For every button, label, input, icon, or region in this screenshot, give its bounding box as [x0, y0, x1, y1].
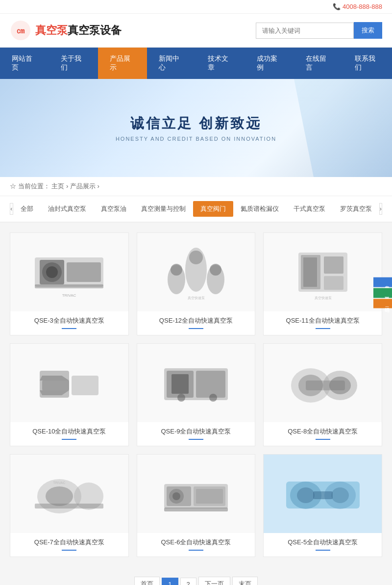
nav-item-about[interactable]: 关于我们: [49, 48, 98, 79]
product-line-4: [62, 439, 76, 440]
main-nav: 网站首页 关于我们 产品展示 新闻中心 技术文章 成功案例 在线留言 联系我们: [0, 48, 392, 79]
product-card-9[interactable]: QSE-5全自动快速真空泵: [263, 454, 382, 557]
svg-rect-23: [72, 376, 98, 395]
svg-point-32: [209, 394, 217, 402]
banner-main-text: 诚信立足 创新致远: [130, 114, 262, 133]
product-line-7: [62, 550, 76, 551]
svg-text:㎝: ㎝: [16, 25, 25, 35]
svg-text:真空快速泵: 真空快速泵: [314, 296, 331, 300]
product-img-1: TRIVAC: [10, 233, 128, 311]
breadcrumb-trail: ›: [97, 182, 99, 190]
nav-item-contact[interactable]: 联系我们: [343, 48, 392, 79]
svg-rect-41: [35, 504, 103, 509]
product-line-2: [189, 328, 203, 329]
product-img-8: [137, 455, 255, 533]
svg-rect-29: [196, 371, 225, 398]
category-next[interactable]: ›: [379, 203, 383, 215]
product-line-3: [316, 328, 330, 329]
product-name-8: QSE-6全自动快速真空泵: [137, 538, 255, 547]
product-name-6: QSE-8全自动快速真空泵: [264, 427, 382, 436]
category-pump-oil[interactable]: 真空泵油: [94, 201, 134, 217]
products-section: TRIVAC QSE-3全自动快速真空泵 真空快速泵 QSE-12全自动快速真空…: [0, 223, 392, 567]
category-roots[interactable]: 罗茨真空泵: [333, 201, 379, 217]
pagination: 首页 1 2 下一页 末页: [0, 567, 392, 585]
product-img-5: [137, 344, 255, 422]
svg-point-12: [189, 251, 203, 264]
product-name-5: QSE-9全自动快速真空泵: [137, 427, 255, 436]
category-all[interactable]: 全部: [13, 201, 41, 217]
nav-item-message[interactable]: 在线留言: [294, 48, 343, 79]
product-img-3: 真空快速泵: [264, 233, 382, 311]
phone-icon: 📞: [333, 3, 341, 10]
page-first[interactable]: 首页: [134, 577, 160, 585]
product-card-4[interactable]: QSE-10全自动快速真空泵: [10, 343, 129, 446]
product-name-3: QSE-11全自动快速真空泵: [264, 316, 382, 325]
product-line-9: [316, 550, 330, 551]
svg-text:TRIVAC: TRIVAC: [53, 481, 66, 484]
product-card-1[interactable]: TRIVAC QSE-3全自动快速真空泵: [10, 232, 129, 335]
banner-building: [294, 79, 392, 177]
sidebar-chat[interactable]: 在线客服: [373, 277, 392, 287]
svg-rect-49: [164, 508, 228, 511]
category-measurement[interactable]: 真空测量与控制: [134, 201, 193, 217]
page-last[interactable]: 末页: [232, 577, 258, 585]
product-name-9: QSE-5全自动快速真空泵: [264, 538, 382, 547]
breadcrumb-sep1: ›: [66, 182, 70, 190]
nav-item-products[interactable]: 产品展示: [98, 48, 147, 79]
product-name-2: QSE-12全自动快速真空泵: [137, 316, 255, 325]
logo-icon: ㎝: [10, 20, 31, 41]
product-line-1: [62, 328, 76, 329]
product-card-6[interactable]: QSE-8全自动快速真空泵: [263, 343, 382, 446]
page-2[interactable]: 2: [180, 578, 196, 585]
nav-item-home[interactable]: 网站首页: [0, 48, 49, 79]
product-card-2[interactable]: 真空快速泵 QSE-12全自动快速真空泵: [137, 232, 256, 335]
svg-rect-19: [324, 276, 343, 290]
product-img-2: 真空快速泵: [137, 233, 255, 311]
product-line-8: [189, 550, 203, 551]
product-img-6: [264, 344, 382, 422]
svg-point-40: [46, 486, 73, 506]
breadcrumb-prefix: ☆ 当前位置：: [10, 182, 50, 190]
nav-item-cases[interactable]: 成功案例: [245, 48, 294, 79]
product-card-3[interactable]: 真空快速泵 QSE-11全自动快速真空泵: [263, 232, 382, 335]
svg-point-6: [46, 266, 58, 278]
page-next[interactable]: 下一页: [198, 577, 230, 585]
category-helium[interactable]: 氦质谱检漏仪: [233, 201, 286, 217]
logo: ㎝ 真空泵真空泵设备: [10, 20, 122, 41]
product-card-8[interactable]: QSE-6全自动快速真空泵: [137, 454, 256, 557]
banner-sub-text: HONESTY AND CREDIT BASED ON INNOVATION: [116, 136, 276, 142]
sidebar-float: 在线客服 联系方式 二维码: [373, 277, 392, 308]
product-card-5[interactable]: QSE-9全自动快速真空泵: [137, 343, 256, 446]
svg-point-52: [297, 487, 315, 503]
breadcrumb-home[interactable]: 主页: [51, 182, 64, 190]
sidebar-contact[interactable]: 联系方式: [373, 288, 392, 298]
category-valves[interactable]: 真空阀门: [193, 201, 233, 217]
svg-text:TRIVAC: TRIVAC: [62, 293, 76, 298]
svg-rect-18: [324, 256, 343, 274]
category-bar: ‹ 全部 油封式真空泵 真空泵油 真空测量与控制 真空阀门 氦质谱检漏仪 干式真…: [0, 196, 392, 223]
svg-rect-26: [42, 381, 69, 390]
svg-rect-48: [196, 489, 223, 504]
logo-text: 真空泵真空泵设备: [35, 23, 122, 38]
products-grid: TRIVAC QSE-3全自动快速真空泵 真空快速泵 QSE-12全自动快速真空…: [10, 232, 382, 557]
breadcrumb: ☆ 当前位置： 主页 › 产品展示 ›: [0, 177, 392, 196]
product-img-7: TRIVAC: [10, 455, 128, 533]
page-1[interactable]: 1: [162, 578, 178, 585]
product-card-7[interactable]: TRIVAC QSE-7全自动快速真空泵: [10, 454, 129, 557]
category-oil-sealed[interactable]: 油封式真空泵: [41, 201, 94, 217]
svg-text:真空快速泵: 真空快速泵: [187, 296, 204, 300]
category-dry[interactable]: 干式真空泵: [286, 201, 333, 217]
svg-point-54: [331, 487, 349, 503]
product-img-9: [264, 455, 382, 533]
search-input[interactable]: [256, 23, 354, 39]
product-img-4: [10, 344, 128, 422]
phone-number: 4008-888-888: [343, 3, 382, 10]
sidebar-qr[interactable]: 二维码: [373, 299, 392, 308]
svg-rect-7: [35, 284, 103, 288]
product-line-5: [189, 439, 203, 440]
nav-item-news[interactable]: 新闻中心: [147, 48, 196, 79]
nav-item-tech[interactable]: 技术文章: [196, 48, 245, 79]
search-button[interactable]: 搜索: [354, 22, 382, 39]
search-bar: 搜索: [256, 22, 382, 39]
product-name-4: QSE-10全自动快速真空泵: [10, 427, 128, 436]
